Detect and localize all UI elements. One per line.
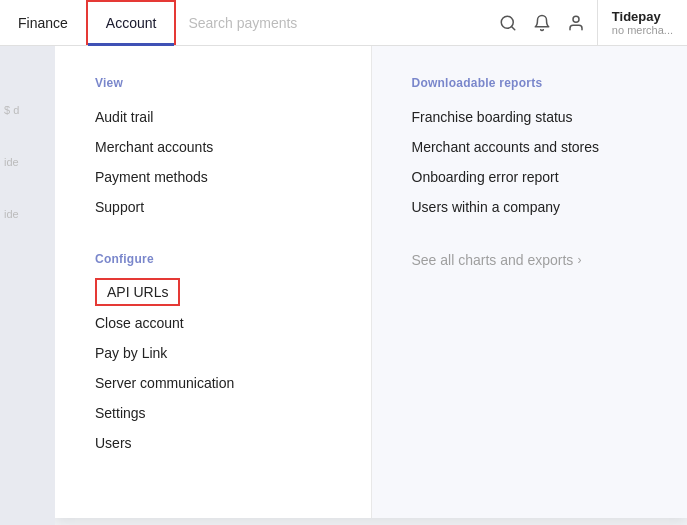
finance-label: Finance (18, 15, 68, 31)
svg-line-1 (511, 26, 514, 29)
search-area: Search payments (176, 0, 486, 45)
menu-support[interactable]: Support (95, 192, 331, 222)
search-placeholder: Search payments (188, 15, 297, 31)
menu-franchise-boarding[interactable]: Franchise boarding status (412, 102, 648, 132)
tidepay-info: Tidepay no mercha... (597, 0, 687, 45)
menu-merchant-accounts[interactable]: Merchant accounts (95, 132, 331, 162)
menu-settings[interactable]: Settings (95, 398, 331, 428)
menu-close-account[interactable]: Close account (95, 308, 331, 338)
menu-right: Downloadable reports Franchise boarding … (372, 46, 688, 518)
nav-finance[interactable]: Finance (0, 0, 86, 45)
menu-merchant-accounts-stores[interactable]: Merchant accounts and stores (412, 132, 648, 162)
topbar: Finance Account Search payments Tidepay … (0, 0, 687, 46)
menu-users-within-company[interactable]: Users within a company (412, 192, 648, 222)
configure-section: Configure API URLs Close account Pay by … (95, 252, 331, 458)
chevron-right-icon: › (577, 253, 581, 267)
dropdown-overlay: $ d ide ide View Audit trail Merchant ac… (0, 46, 687, 525)
search-icon[interactable] (499, 14, 517, 32)
downloadable-section: Downloadable reports Franchise boarding … (412, 76, 648, 222)
svg-point-2 (573, 16, 579, 22)
configure-items: API URLs Close account Pay by Link Serve… (95, 278, 331, 458)
menu-pay-by-link[interactable]: Pay by Link (95, 338, 331, 368)
view-section: View Audit trail Merchant accounts Payme… (95, 76, 331, 222)
menu-left: View Audit trail Merchant accounts Payme… (55, 46, 372, 518)
account-label: Account (106, 15, 157, 31)
downloadable-section-title: Downloadable reports (412, 76, 648, 90)
see-all-label: See all charts and exports (412, 252, 574, 268)
dropdown-menu: View Audit trail Merchant accounts Payme… (55, 46, 687, 518)
view-items: Audit trail Merchant accounts Payment me… (95, 102, 331, 222)
tidepay-name: Tidepay (612, 9, 673, 24)
see-all-charts[interactable]: See all charts and exports › (412, 252, 648, 268)
menu-onboarding-error[interactable]: Onboarding error report (412, 162, 648, 192)
menu-server-communication[interactable]: Server communication (95, 368, 331, 398)
user-icon[interactable] (567, 14, 585, 32)
nav-account[interactable]: Account (86, 0, 177, 45)
menu-audit-trail[interactable]: Audit trail (95, 102, 331, 132)
menu-api-urls[interactable]: API URLs (95, 278, 180, 306)
tidepay-sub: no mercha... (612, 24, 673, 36)
menu-payment-methods[interactable]: Payment methods (95, 162, 331, 192)
downloadable-items: Franchise boarding status Merchant accou… (412, 102, 648, 222)
view-section-title: View (95, 76, 331, 90)
nav-icons (487, 0, 597, 45)
configure-section-title: Configure (95, 252, 331, 266)
bell-icon[interactable] (533, 14, 551, 32)
menu-users[interactable]: Users (95, 428, 331, 458)
